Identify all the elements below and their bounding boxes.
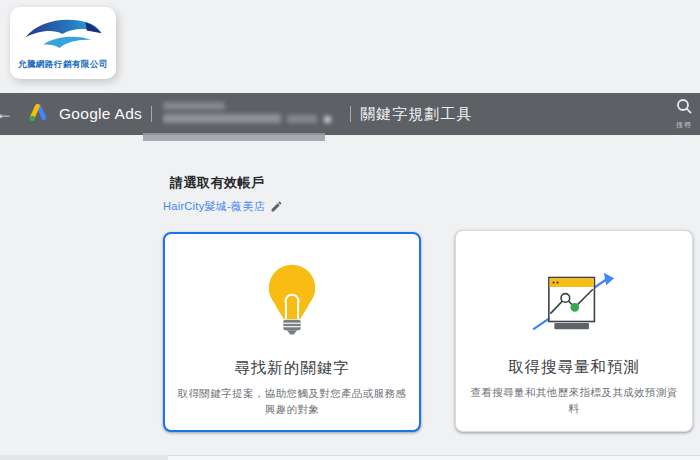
back-arrow-icon[interactable]: ←: [0, 103, 13, 123]
card-title: 尋找新的關鍵字: [165, 358, 419, 379]
edit-pencil-icon[interactable]: [270, 200, 283, 213]
card-description: 查看搜尋量和其他歷來指標及其成效預測資料: [465, 384, 682, 417]
account-link[interactable]: HairCity髮城-薇美店: [163, 199, 265, 214]
agency-company-name: 允騰網路行銷有限公司: [18, 59, 108, 71]
card-search-volume-forecast[interactable]: 取得搜尋量和預測 查看搜尋量和其他歷來指標及其成效預測資料: [455, 230, 693, 432]
select-account-heading: 請選取有效帳戶: [170, 174, 265, 192]
product-name: Google Ads: [59, 105, 142, 123]
lightbulb-icon: [165, 260, 419, 344]
app-header: ← Google Ads 關鍵字規劃工具 搜尋: [0, 93, 700, 135]
redacted-dropdown-arrow: [324, 116, 331, 123]
header-divider: [350, 106, 351, 122]
search-label: 搜尋: [676, 120, 700, 130]
footer-strip: [0, 455, 168, 460]
page-title: 關鍵字規劃工具: [360, 105, 472, 124]
search-button[interactable]: 搜尋: [676, 98, 700, 132]
account-selector-redacted[interactable]: [161, 99, 341, 129]
footer-strip: [168, 455, 700, 460]
card-title: 取得搜尋量和預測: [456, 357, 692, 378]
header-divider: [151, 106, 152, 122]
eagle-logo-icon: [19, 15, 107, 57]
google-ads-logo-icon: [27, 101, 49, 127]
search-icon: [676, 101, 693, 118]
redacted-text-block: [163, 102, 225, 110]
agency-logo-card: 允騰網路行銷有限公司: [10, 7, 116, 79]
redacted-underline-bar: [143, 133, 325, 141]
redacted-text-block: [163, 114, 281, 123]
forecast-chart-icon: [456, 271, 692, 343]
redacted-text-block: [287, 115, 317, 123]
card-description: 取得關鍵字提案，協助您觸及對您產品或服務感興趣的對象: [175, 385, 409, 418]
account-row: HairCity髮城-薇美店: [163, 199, 283, 214]
card-discover-new-keywords[interactable]: 尋找新的關鍵字 取得關鍵字提案，協助您觸及對您產品或服務感興趣的對象: [163, 232, 421, 432]
